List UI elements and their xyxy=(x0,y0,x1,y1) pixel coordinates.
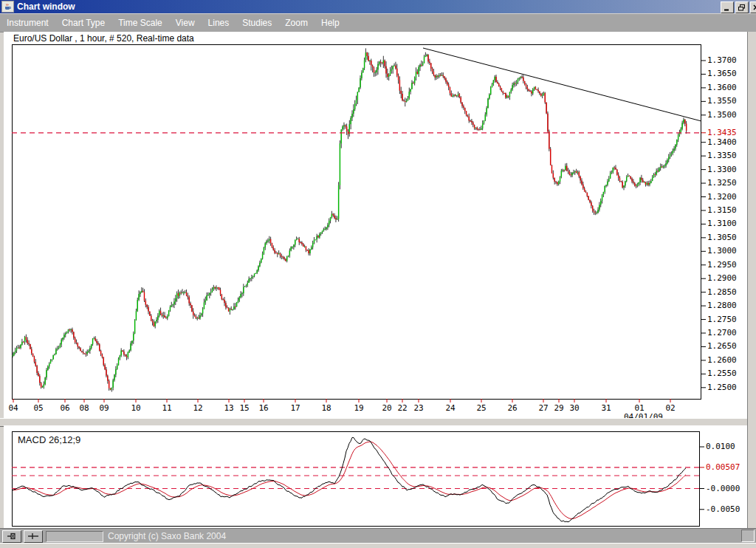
macd-axis-label: 0.0100 xyxy=(706,442,735,451)
price-axis-label: 1.3550 xyxy=(707,96,737,106)
price-axis-label: 1.2800 xyxy=(707,301,737,310)
time-axis-label: 11 xyxy=(157,403,177,413)
time-axis-label: 04 xyxy=(3,403,24,413)
bottom-frame xyxy=(0,543,756,548)
time-axis-label: 06 xyxy=(55,403,75,413)
price-axis-label: 1.3050 xyxy=(707,233,737,242)
time-axis-label: 25 xyxy=(471,403,492,413)
price-axis-label: 1.3600 xyxy=(707,83,737,92)
menu-item-studies[interactable]: Studies xyxy=(236,18,278,28)
price-axis-label: 1.2950 xyxy=(707,260,737,270)
resize-grip[interactable] xyxy=(741,530,755,542)
price-axis-label: 1.3500 xyxy=(707,110,737,120)
price-axis-label: 1.2500 xyxy=(707,383,737,392)
pin-tool-button[interactable] xyxy=(2,530,21,543)
time-axis-label: 12 xyxy=(188,403,208,413)
price-axis-label: 1.2750 xyxy=(707,315,737,324)
time-axis-label: 31 xyxy=(596,403,616,413)
price-axis-label: 1.3200 xyxy=(707,192,737,202)
status-field xyxy=(46,531,103,542)
price-axis-label: 1.3000 xyxy=(707,246,737,256)
price-axis-label: 1.3650 xyxy=(707,69,737,78)
price-axis-label: 1.3250 xyxy=(707,178,737,188)
right-frame xyxy=(747,32,756,528)
menu-item-lines[interactable]: Lines xyxy=(202,18,236,28)
price-axis-label: 1.3150 xyxy=(707,205,737,215)
price-axis-label: 1.2700 xyxy=(707,328,737,338)
current-price-label: 1.3435 xyxy=(707,128,737,137)
menu-item-help[interactable]: Help xyxy=(315,18,346,28)
copyright-text: Copyright (c) Saxo Bank 2004 xyxy=(108,531,226,541)
main-chart-panel[interactable] xyxy=(4,32,747,418)
price-axis-label: 1.3700 xyxy=(707,55,737,65)
window-title: Chart window xyxy=(17,1,75,12)
crosshair-tool-button[interactable] xyxy=(24,530,43,543)
price-axis-label: 1.2650 xyxy=(707,341,737,351)
restore-button[interactable] xyxy=(735,1,749,13)
price-axis-label: 1.3400 xyxy=(707,137,737,147)
menu-item-instrument[interactable]: Instrument xyxy=(0,18,55,28)
macd-axis-label: -0.0000 xyxy=(706,484,740,493)
chart-window: Chart window InstrumentChart TypeTime Sc… xyxy=(0,0,756,548)
price-axis-label: 1.3100 xyxy=(707,219,737,228)
price-axis-label: 1.2600 xyxy=(707,355,737,365)
minimize-button[interactable] xyxy=(721,1,734,13)
time-axis-label: 18 xyxy=(316,403,337,413)
time-axis-label: 24 xyxy=(440,403,461,413)
menu-bar: InstrumentChart TypeTime ScaleViewLinesS… xyxy=(0,14,756,32)
time-axis-label: 30 xyxy=(564,403,585,413)
pin-icon xyxy=(7,532,17,540)
macd-axis-label: -0.0050 xyxy=(706,504,740,514)
menu-item-time-scale[interactable]: Time Scale xyxy=(111,18,169,28)
macd-panel[interactable] xyxy=(4,425,747,528)
title-bar[interactable]: Chart window xyxy=(0,0,756,13)
close-button[interactable] xyxy=(750,1,756,13)
menu-item-view[interactable]: View xyxy=(169,18,202,28)
coffee-cup-icon xyxy=(4,3,12,11)
price-axis-label: 1.2850 xyxy=(707,287,737,297)
macd-axis-label: 0.00507 xyxy=(706,462,740,472)
price-axis-label: 1.2900 xyxy=(707,273,737,283)
time-axis-label: 26 xyxy=(502,403,523,413)
time-axis-label: 08 xyxy=(74,403,94,413)
time-axis-label: 05 xyxy=(28,403,49,413)
java-app-icon xyxy=(1,1,14,13)
macd-study-label: MACD 26;12;9 xyxy=(18,434,80,445)
price-axis-label: 1.2550 xyxy=(707,369,737,378)
time-axis-label: 16 xyxy=(253,403,274,413)
status-bar: Copyright (c) Saxo Bank 2004 xyxy=(0,528,756,544)
menu-item-zoom[interactable]: Zoom xyxy=(278,18,315,28)
menu-item-chart-type[interactable]: Chart Type xyxy=(55,18,111,28)
time-axis-label: 10 xyxy=(126,403,146,413)
time-axis-label: 15 xyxy=(234,403,255,413)
time-axis-label: 09 xyxy=(94,403,114,413)
time-axis-label: 17 xyxy=(285,403,306,413)
crosshair-icon xyxy=(27,532,39,540)
price-axis-label: 1.3300 xyxy=(707,165,737,174)
time-axis-label: 19 xyxy=(348,403,369,413)
price-axis-label: 1.3350 xyxy=(707,151,737,160)
time-axis-label: 02 xyxy=(660,403,681,413)
chart-header: Euro/US Dollar , 1 hour, # 520, Real-tim… xyxy=(13,33,194,44)
time-axis-label: 23 xyxy=(408,403,429,413)
